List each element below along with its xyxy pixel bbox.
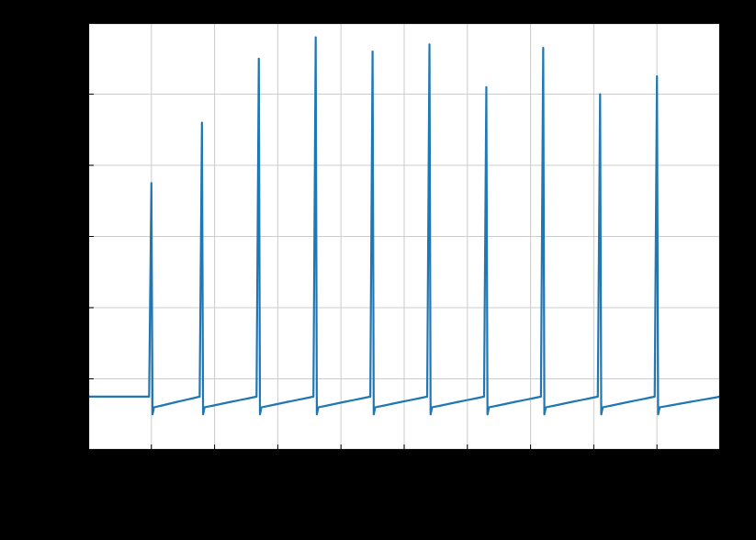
- x-tick-label: 0.07: [581, 457, 606, 472]
- y-tick-label: 20: [64, 87, 79, 102]
- plot-svg: [88, 23, 720, 450]
- x-tick-label: 0.04: [391, 457, 416, 472]
- y-tick-label: 40: [64, 16, 79, 30]
- y-tick-label: 0: [72, 158, 79, 173]
- axes: [88, 23, 720, 450]
- x-tick-label: 0: [148, 457, 155, 472]
- x-tick-label: 0.09: [707, 457, 732, 472]
- x-tick-label: 0.05: [455, 457, 480, 472]
- x-tick-label: 0.06: [518, 457, 543, 472]
- y-tick-label: -60: [61, 372, 79, 387]
- x-axis-label: Time (s): [379, 479, 429, 495]
- y-tick-label: -80: [61, 443, 79, 457]
- figure: 00.010.020.030.040.050.060.070.080.09-80…: [0, 0, 756, 540]
- x-tick-label: 0.08: [645, 457, 670, 472]
- y-tick-label: -40: [61, 300, 79, 315]
- x-tick-label: 0.02: [265, 457, 290, 472]
- y-tick-label: -20: [61, 230, 79, 244]
- y-axis-label: Membrane Potential (mV): [24, 158, 39, 315]
- x-tick-label: 0.01: [202, 457, 227, 472]
- x-tick-label: 0.03: [329, 457, 354, 472]
